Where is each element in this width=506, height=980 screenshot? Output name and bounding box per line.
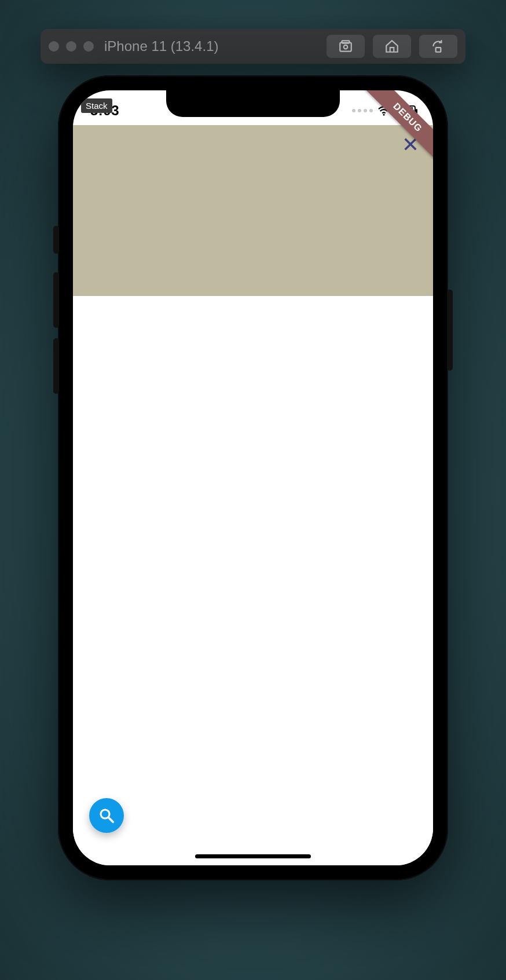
svg-line-8	[109, 818, 113, 822]
traffic-minimize-icon[interactable]	[66, 41, 76, 52]
rotate-button[interactable]	[419, 35, 457, 58]
power-button[interactable]	[447, 290, 453, 371]
traffic-lights[interactable]	[49, 41, 94, 52]
home-icon	[384, 39, 399, 54]
svg-point-4	[383, 114, 385, 116]
home-button[interactable]	[373, 35, 411, 58]
inspector-tooltip: Stack	[81, 98, 112, 113]
app-body[interactable]	[73, 296, 433, 865]
search-icon	[98, 807, 115, 824]
search-fab[interactable]	[89, 798, 124, 833]
simulator-titlebar: iPhone 11 (13.4.1)	[41, 29, 465, 64]
device-frame: Stack 5:03 DEBUG	[58, 75, 448, 880]
notch	[166, 90, 340, 117]
svg-rect-3	[436, 47, 441, 52]
screenshot-icon	[338, 39, 353, 54]
volume-up-button[interactable]	[53, 272, 59, 328]
cellular-signal-icon	[352, 109, 373, 112]
volume-down-button[interactable]	[53, 338, 59, 394]
mute-switch[interactable]	[53, 226, 59, 254]
simulator-actions	[327, 35, 457, 58]
simulator-title: iPhone 11 (13.4.1)	[104, 38, 327, 54]
traffic-maximize-icon[interactable]	[83, 41, 94, 52]
device-screen: Stack 5:03 DEBUG	[73, 90, 433, 865]
svg-point-2	[344, 45, 348, 49]
screenshot-button[interactable]	[327, 35, 365, 58]
rotate-icon	[431, 39, 446, 54]
home-indicator[interactable]	[195, 854, 311, 858]
top-panel	[73, 125, 433, 296]
svg-rect-0	[340, 43, 351, 52]
traffic-close-icon[interactable]	[49, 41, 59, 52]
